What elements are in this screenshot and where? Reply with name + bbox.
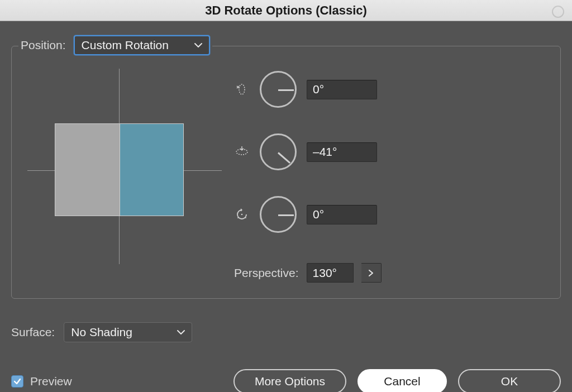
perspective-label: Perspective: [234,266,299,280]
axis-z-dial[interactable] [260,196,297,233]
dial-needle [278,89,294,91]
dialog-body: Position: Custom Rotation [0,21,572,392]
perspective-input[interactable] [307,263,354,283]
svg-point-0 [239,84,245,94]
trackball-cube [55,123,184,216]
axis-controls: Perspective: [234,63,382,283]
axis-y-dial[interactable] [260,133,297,170]
cube-face-right [120,124,183,216]
svg-point-2 [241,214,243,216]
position-select-value: Custom Rotation [82,39,169,52]
rotation-trackball[interactable] [27,69,212,264]
dial-needle [278,152,290,164]
ok-button[interactable]: OK [458,369,561,392]
perspective-row: Perspective: [234,263,382,283]
dialog-titlebar: 3D Rotate Options (Classic) [0,0,572,21]
axis-x-input[interactable] [307,80,377,99]
axis-y-row [234,133,382,170]
axis-y-input[interactable] [307,142,377,162]
rotate-x-icon [234,83,250,96]
preview-checkbox-wrap[interactable]: Preview [11,375,72,388]
axis-x-row [234,71,382,108]
cancel-button[interactable]: Cancel [358,369,447,392]
cube-face-left [55,124,120,216]
preview-label: Preview [30,375,72,388]
rotate-y-icon [234,145,250,159]
preview-checkbox[interactable] [11,375,23,388]
svg-point-3 [237,217,239,218]
position-legend: Position: Custom Rotation [18,35,212,55]
dialog-bottom-bar: Preview More Options Cancel OK [11,369,561,392]
axis-x-dial[interactable] [260,71,297,108]
perspective-stepper[interactable] [361,263,382,283]
surface-row: Surface: No Shading [11,322,561,342]
position-label: Position: [21,39,66,52]
surface-select[interactable]: No Shading [64,322,192,342]
rotate-z-icon [234,208,250,221]
chevron-down-icon [177,329,185,335]
rotation-group: Position: Custom Rotation [11,46,561,299]
axis-z-row [234,196,382,233]
axis-z-input[interactable] [307,205,377,224]
dial-needle [278,214,294,216]
svg-point-4 [245,217,246,218]
chevron-down-icon [194,42,202,48]
more-options-button[interactable]: More Options [233,369,346,392]
surface-select-value: No Shading [71,326,132,339]
dialog-title: 3D Rotate Options (Classic) [205,3,367,18]
surface-label: Surface: [11,326,55,339]
position-select[interactable]: Custom Rotation [74,35,210,55]
